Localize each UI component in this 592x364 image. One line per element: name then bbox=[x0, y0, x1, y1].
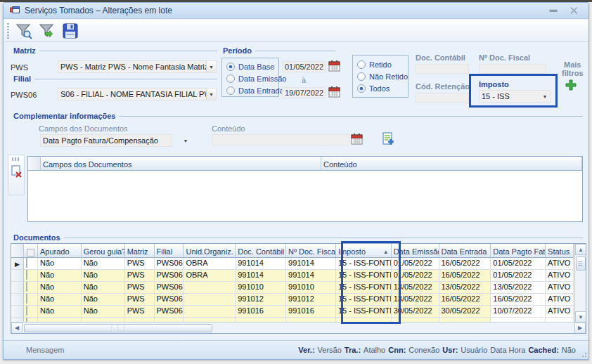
remove-row-icon[interactable] bbox=[9, 164, 23, 181]
radio-button-icon[interactable] bbox=[357, 60, 366, 69]
table-cell[interactable]: ATIVO bbox=[546, 270, 574, 282]
table-cell[interactable]: 16/05/2022 bbox=[491, 294, 546, 306]
column-header-doc-cont-bil[interactable]: Doc. Contábil bbox=[236, 244, 286, 258]
table-cell[interactable]: 30/05/2022 bbox=[439, 306, 491, 318]
column-header-data-emiss-o[interactable]: Data Emissão bbox=[392, 244, 439, 258]
scroll-up-icon[interactable]: ▲ bbox=[575, 244, 586, 255]
row-checkbox[interactable] bbox=[24, 294, 38, 306]
table-cell[interactable]: OBRA bbox=[184, 258, 236, 270]
table-row[interactable]: NãoNãoPWSPWS06OBRA99101499101415 - ISS-F… bbox=[11, 270, 574, 282]
checkbox-icon[interactable] bbox=[26, 282, 27, 292]
num-doc-fiscal-input[interactable] bbox=[479, 64, 546, 74]
table-cell[interactable]: PWS06 bbox=[155, 282, 184, 294]
calendar-icon[interactable] bbox=[351, 133, 363, 145]
table-cell[interactable]: 30/05/2022 bbox=[392, 306, 439, 318]
table-cell[interactable]: Não bbox=[38, 258, 82, 270]
table-row[interactable]: NãoNãoPWSPWS0699101699101615 - ISS-FONTE… bbox=[11, 306, 574, 318]
table-cell[interactable]: 15 - ISS-FONTE bbox=[336, 306, 392, 318]
table-cell[interactable]: OBRA bbox=[184, 270, 236, 282]
horizontal-scrollbar[interactable]: ◀ ⋮⋮⋮ ▶ bbox=[11, 322, 586, 333]
column-header-data-entrada[interactable]: Data Entrada bbox=[439, 244, 491, 258]
table-cell[interactable]: Não bbox=[38, 294, 82, 306]
table-cell[interactable]: 15 - ISS-FONTE bbox=[336, 258, 392, 270]
table-cell[interactable]: Não bbox=[82, 306, 125, 318]
table-cell[interactable]: 991010 bbox=[286, 282, 336, 294]
table-cell[interactable]: 991010 bbox=[236, 282, 286, 294]
table-cell[interactable] bbox=[184, 294, 236, 306]
table-cell[interactable]: 991016 bbox=[286, 306, 336, 318]
column-header-imposto[interactable]: Imposto▲ bbox=[336, 244, 392, 258]
column-header[interactable]: Campos dos Documentos bbox=[41, 157, 321, 171]
row-checkbox[interactable] bbox=[24, 306, 38, 318]
table-cell[interactable] bbox=[184, 282, 236, 294]
table-cell[interactable]: 13/05/2022 bbox=[491, 282, 546, 294]
table-cell[interactable]: 991014 bbox=[236, 270, 286, 282]
table-cell[interactable]: 16/05/2022 bbox=[439, 258, 491, 270]
column-header-gerou-guia-[interactable]: Gerou guia? bbox=[82, 244, 125, 258]
select-all-checkbox[interactable] bbox=[24, 244, 38, 258]
radio-button-icon[interactable] bbox=[226, 86, 235, 95]
table-cell[interactable]: 01/05/2022 bbox=[491, 270, 546, 282]
table-cell[interactable]: 01/05/2022 bbox=[491, 258, 546, 270]
table-cell[interactable]: 991012 bbox=[286, 294, 336, 306]
table-cell[interactable]: Não bbox=[38, 270, 82, 282]
table-row[interactable]: ▶NãoNãoPWSPWS06OBRA99101499101415 - ISS-… bbox=[11, 258, 574, 270]
table-cell[interactable]: 16/05/2022 bbox=[439, 270, 491, 282]
table-cell[interactable]: PWS bbox=[125, 258, 155, 270]
checkbox-icon[interactable] bbox=[26, 270, 27, 280]
column-header-n-doc-fiscal[interactable]: Nº Doc. Fiscal bbox=[286, 244, 336, 258]
radio-button-icon[interactable] bbox=[357, 84, 366, 93]
table-cell[interactable]: PWS06 bbox=[155, 270, 184, 282]
table-cell[interactable]: PWS bbox=[125, 282, 155, 294]
radio-button-icon[interactable] bbox=[357, 72, 366, 81]
column-header-filial[interactable]: Filial bbox=[155, 244, 184, 258]
checkbox-icon[interactable] bbox=[26, 258, 27, 268]
table-cell[interactable]: Não bbox=[82, 282, 125, 294]
table-cell[interactable]: 991014 bbox=[286, 258, 336, 270]
table-cell[interactable]: 991014 bbox=[236, 258, 286, 270]
table-cell[interactable]: Não bbox=[82, 258, 125, 270]
column-header[interactable]: Conteúdo bbox=[321, 157, 582, 171]
checkbox-icon[interactable] bbox=[27, 249, 34, 256]
date-to-input[interactable]: 19/07/2022 bbox=[282, 87, 326, 98]
filial-combobox[interactable]: S06 - FILIAL - NOME FANTASIA FILIAL PWS0… bbox=[58, 88, 217, 100]
add-field-icon[interactable] bbox=[382, 132, 394, 145]
table-cell[interactable]: 16/05/2022 bbox=[439, 294, 491, 306]
radio-option[interactable]: Retido bbox=[357, 60, 408, 70]
resize-grip-icon[interactable] bbox=[580, 351, 587, 358]
campos-documentos-combobox[interactable]: Data Pagto Fatura/Compensação bbox=[40, 134, 172, 147]
table-cell[interactable]: ATIVO bbox=[546, 294, 574, 306]
table-cell[interactable]: ATIVO bbox=[546, 282, 574, 294]
column-header-status[interactable]: Status bbox=[546, 244, 574, 258]
column-header-data-pagto-fatura[interactable]: Data Pagto Fatura bbox=[491, 244, 546, 258]
radio-option[interactable]: Não Retido bbox=[357, 72, 408, 82]
scroll-down-icon[interactable]: ▼ bbox=[575, 311, 586, 323]
scroll-left-icon[interactable]: ◀ bbox=[11, 323, 22, 334]
table-cell[interactable]: Não bbox=[38, 306, 82, 318]
row-checkbox[interactable] bbox=[24, 270, 38, 282]
table-cell[interactable]: PWS bbox=[125, 294, 155, 306]
table-cell[interactable]: 13/05/2022 bbox=[392, 282, 439, 294]
table-cell[interactable]: 15 - ISS-FONTE bbox=[336, 294, 392, 306]
calendar-icon[interactable] bbox=[328, 60, 340, 72]
vertical-scrollbar[interactable]: ▲ ☰ ▼ bbox=[574, 244, 586, 323]
radio-option[interactable]: Data Base bbox=[226, 62, 278, 72]
table-cell[interactable]: 10/07/2022 bbox=[491, 306, 546, 318]
radio-option[interactable]: Data Entrada bbox=[226, 86, 278, 96]
chevron-down-icon[interactable]: ▼ bbox=[540, 91, 550, 102]
matriz-combobox[interactable]: PWS - Matriz PWS - Nome Fantasia Matriz … bbox=[58, 60, 217, 73]
table-cell[interactable]: PWS bbox=[125, 306, 155, 318]
table-cell[interactable]: Não bbox=[82, 270, 125, 282]
column-header-apurado[interactable]: Apurado bbox=[38, 244, 82, 258]
checkbox-icon[interactable] bbox=[26, 294, 27, 304]
table-cell[interactable]: 15 - ISS-FONTE bbox=[336, 270, 392, 282]
checkbox-icon[interactable] bbox=[26, 306, 27, 316]
save-button[interactable] bbox=[60, 21, 81, 41]
close-icon[interactable]: ⤫ bbox=[570, 6, 577, 15]
table-cell[interactable]: PWS06 bbox=[155, 306, 184, 318]
table-cell[interactable]: 15 - ISS-FONTE bbox=[336, 282, 392, 294]
toolbar-grip[interactable] bbox=[7, 23, 9, 39]
scroll-right-icon[interactable]: ▶ bbox=[574, 323, 586, 334]
radio-button-icon[interactable] bbox=[226, 74, 235, 83]
minimize-icon[interactable] bbox=[549, 9, 558, 12]
